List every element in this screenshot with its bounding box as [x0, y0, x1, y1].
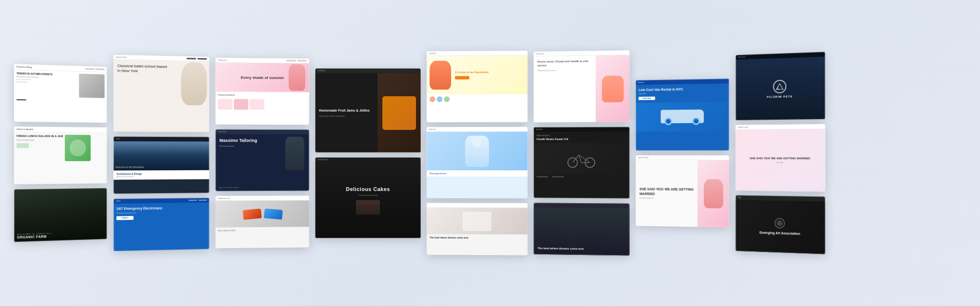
electrician-btn[interactable]: CONTACT	[116, 216, 133, 220]
van-image-area	[636, 102, 729, 132]
bike-nav: Bici Model	[534, 127, 630, 132]
van-vehicle	[661, 106, 704, 128]
interior-dreams-thumb[interactable]: The land where dreams come true	[427, 203, 527, 255]
emerging-hero: Emerging Art Association	[735, 200, 825, 254]
shoes-hero	[216, 201, 309, 228]
pilgrim-pete-thumb[interactable]: Pilgrim Pete PILGRIM PETE	[735, 52, 825, 121]
superhero-hero: It's time to be Superhero	[427, 56, 527, 95]
cakes-thumb[interactable]: Sweet Patisserie Delicious Cakes Fresh b…	[315, 157, 421, 238]
emerging-brand: EAA	[738, 197, 741, 199]
summer-model	[289, 64, 306, 90]
mountains-content: Architecture & Design Welcome to the Res…	[113, 170, 209, 180]
ballet-brand: Passions & Tales	[116, 56, 127, 58]
wedding-title: SHE SAID YES! WE ARE GETTING MARRIED	[639, 187, 694, 196]
salads-btn[interactable]	[16, 143, 28, 148]
wedding-layout: SHE SAID YES! WE ARE GETTING MARRIED Jun…	[636, 160, 729, 228]
mountains-hero: Welcome to the Mountains	[113, 141, 209, 171]
salads-sub: MOST POPULAR SALADS	[16, 140, 63, 141]
ballet-headline: Classical ballet school based in New Yor…	[117, 64, 168, 75]
salads-image	[65, 135, 91, 161]
ballet-thumb[interactable]: Passions & Tales Classical ballet school…	[113, 55, 209, 132]
wedding-brand: Danielle & Jared	[638, 156, 649, 158]
mountains-nav: Studio	[113, 137, 209, 142]
electrician-thumb[interactable]: Jasber 24/7 Emergency Electricians Profe…	[113, 198, 209, 251]
emerging-art-thumb[interactable]: EAA Emerging Art Association	[735, 195, 825, 255]
product-1	[218, 99, 233, 110]
organic-overlay: Welcome to Green Hill ORGANIC FARM	[14, 188, 107, 242]
nav-item	[187, 58, 196, 59]
jams-title: Homemade Fruit Jams & Jellies	[319, 108, 374, 113]
superhero-footer	[427, 94, 527, 104]
van-wheel-2	[692, 117, 699, 125]
land-hero: The land where dreams come true	[534, 207, 630, 255]
bike-thumb[interactable]: Bici Model NEW MODEL Cinelli Strato Fast…	[534, 127, 630, 199]
body-nav: Body Post	[427, 127, 527, 132]
van-btn[interactable]: BOOK NOW	[638, 97, 655, 100]
cakes-sub: Fresh baked every day	[358, 193, 378, 196]
mountains-thumb[interactable]: Studio Welcome to the Mountains Architec…	[113, 137, 209, 194]
superhero-btn[interactable]	[455, 76, 469, 79]
summer-products	[216, 98, 309, 111]
salads-title: FRESH LUNCH SALADS IN A JAR	[16, 134, 63, 138]
electrician-body: Professional electrical services	[116, 211, 206, 215]
fruit-jams-thumb[interactable]: Lou Marcille Homemade Fruit Jams & Jelli…	[315, 68, 421, 153]
superhero-brand: Kids World	[429, 52, 436, 54]
bike-image	[567, 149, 596, 168]
emerging-title: Emerging Art Association	[760, 230, 800, 236]
body-content: Book appointment	[427, 170, 527, 177]
superhero-thumb[interactable]: Kids World It's time to be Superhero	[427, 51, 527, 123]
cakes-brand: Sweet Patisserie	[318, 159, 328, 161]
nav-item	[197, 58, 207, 60]
wedding-photo	[698, 160, 729, 228]
body-blue-thumb[interactable]: Body Post Book appointment	[427, 127, 527, 198]
shoes-content: New collection 2024	[216, 227, 309, 233]
body-figure	[465, 135, 489, 166]
emerging-logo-inner	[777, 220, 783, 226]
fashion-blog-body: About beauty, fashion and lifestyle	[16, 76, 77, 79]
electrician-nav-item	[198, 200, 207, 201]
bike-spec-bar-2	[552, 176, 564, 178]
nav-item	[297, 60, 307, 62]
ballet-dancer	[181, 62, 207, 105]
tailoring-footer: About us • Services • Portfolio	[220, 187, 306, 189]
salads-thumb[interactable]: FRESH & SALADS FRESH LUNCH SALADS IN A J…	[14, 127, 107, 184]
van-rental-thumb[interactable]: Business Low Cost Van Rental in NYC Call…	[636, 78, 729, 151]
showcase-container: Fashion Blog TRENDS IN AUTUMN STREETS Ab…	[0, 0, 980, 306]
summer-hero: Every shade of summer	[216, 63, 309, 92]
summer-fashion-thumb[interactable]: Clothing shop Every shade of summer	[216, 58, 309, 125]
land-dreams-thumb[interactable]: The land where dreams come true	[534, 203, 630, 255]
jams-food-image	[382, 96, 416, 129]
superhero-kid	[429, 61, 451, 89]
danielle-content: SHE SAID YES! WE ARE GETTING MARRIED Jun…	[750, 157, 810, 164]
nav-item	[95, 68, 104, 70]
bike-spec-bar-1	[537, 176, 549, 178]
van-title: Low Cost Van Rental in NYC	[638, 87, 726, 92]
fashion-blog-thumb[interactable]: Fashion Blog TRENDS IN AUTUMN STREETS Ab…	[14, 64, 107, 123]
interior-hero	[427, 208, 527, 235]
shoes-thumb[interactable]: Ready for your trip New collection 2024	[216, 196, 309, 248]
interior-content: The land where dreams come true	[427, 234, 527, 242]
summer-brand: Clothing shop	[218, 59, 227, 61]
cake-decoration	[356, 200, 380, 214]
organic-farm-thumb[interactable]: Welcome to Green Hill ORGANIC FARM	[14, 188, 107, 242]
wedding-nav: Danielle & Jared	[636, 155, 729, 160]
pilgrim-hero: PILGRIM PETE	[735, 57, 825, 120]
van-sub: Call us 24/7	[638, 92, 726, 95]
tailoring-thumb[interactable]: Genius Tailor Massimo Tailoring We're pa…	[216, 129, 309, 191]
wedding-thumb[interactable]: Danielle & Jared SHE SAID YES! WE ARE GE…	[636, 155, 729, 228]
bike-name: Cinelli Strato Faster 5.9	[537, 138, 627, 140]
emma-jones-thumb[interactable]: Emma Jones Emma Jones Thread and needle …	[534, 51, 630, 123]
wedding-text: SHE SAID YES! WE ARE GETTING MARRIED Jun…	[636, 160, 698, 227]
svg-line-2	[573, 154, 579, 162]
bike-content: NEW MODEL Cinelli Strato Faster 5.9	[534, 132, 630, 143]
bike-hero	[534, 143, 630, 174]
summer-featured: Featured products	[218, 94, 307, 97]
body-hero	[427, 132, 527, 170]
bike-specs	[534, 174, 630, 180]
cakes-content: Delicious Cakes Fresh baked every day	[315, 162, 421, 238]
danielle-jared-thumb[interactable]: Danielle & Jared SHE SAID YES! WE ARE GE…	[735, 124, 825, 191]
electrician-brand: Jasber	[116, 200, 120, 202]
electrician-title: 24/7 Emergency Electricians	[116, 205, 206, 211]
subscribe-btn	[16, 99, 26, 100]
column-8: Pilgrim Pete PILGRIM PETE	[735, 52, 825, 255]
